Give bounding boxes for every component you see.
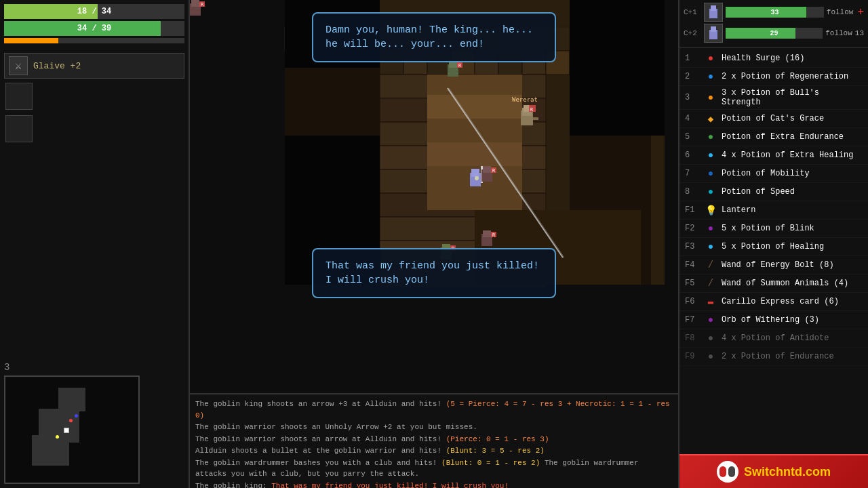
companion-1-hp-text: 33 bbox=[770, 9, 778, 16]
inv-name-17: 2 x Potion of Endurance bbox=[722, 352, 834, 361]
inv-icon-15: ● bbox=[704, 313, 717, 327]
equipment-slots-2 bbox=[4, 114, 184, 144]
inv-icon-2: ● bbox=[704, 70, 717, 83]
weapon-slot[interactable]: ⚔ Glaive +2 bbox=[4, 53, 184, 79]
inventory-item-14[interactable]: F6▬Carillo Express card (6) bbox=[679, 293, 868, 311]
inv-name-6: 4 x Potion of Extra Healing bbox=[722, 150, 853, 160]
companion-1-avatar bbox=[704, 3, 723, 22]
log-line-5: The goblin wardrummer bashes you with a … bbox=[195, 458, 673, 480]
inventory-item-7[interactable]: 7●Potion of Mobility bbox=[679, 165, 868, 183]
inventory-item-17[interactable]: F9●2 x Potion of Endurance bbox=[679, 348, 868, 366]
inventory-item-6[interactable]: 6●4 x Potion of Extra Healing bbox=[679, 146, 868, 165]
companion-1-cmd[interactable]: follow bbox=[827, 8, 854, 16]
minimap-player bbox=[64, 428, 69, 433]
log-line-4: Allduin shoots a bullet at the goblin wa… bbox=[195, 445, 673, 457]
log-line-6: The goblin king: That was my friend you … bbox=[195, 481, 673, 489]
xp-fill bbox=[4, 38, 58, 43]
switch-logo: Switchntd.com bbox=[717, 461, 831, 483]
log-goblin-say: That was my friend you just killed! I wi… bbox=[271, 482, 509, 489]
inv-name-5: Potion of Extra Endurance bbox=[722, 132, 844, 142]
inv-key-1: 1 bbox=[685, 54, 704, 63]
weapon-icon: ⚔ bbox=[9, 56, 28, 75]
inv-key-12: F4 bbox=[685, 260, 704, 270]
switch-banner: Switchntd.com bbox=[679, 454, 868, 488]
inventory-item-9[interactable]: F1💡Lantern bbox=[679, 201, 868, 220]
inv-key-8: 8 bbox=[685, 187, 704, 197]
svg-rect-38 bbox=[427, 142, 522, 166]
log-text-4: Allduin shoots a bullet at the goblin wa… bbox=[195, 447, 446, 455]
inventory-item-1[interactable]: 1●Health Surge (16) bbox=[679, 49, 868, 68]
inv-icon-1: ● bbox=[704, 52, 717, 65]
log-highlight-3: (Pierce: 0 = 1 - res 3) bbox=[446, 435, 549, 443]
inv-key-17: F9 bbox=[685, 352, 704, 361]
log-highlight-5: (Blunt: 0 = 1 - res 2) bbox=[441, 459, 540, 467]
map-section: 3 bbox=[4, 357, 184, 484]
inventory-item-11[interactable]: F3●5 x Potion of Healing bbox=[679, 238, 868, 256]
inv-icon-10: ● bbox=[704, 222, 717, 235]
switch-left-btn bbox=[719, 466, 726, 477]
equipment-slots bbox=[4, 81, 184, 111]
companion-1-add-button[interactable]: + bbox=[857, 6, 864, 18]
inv-name-15: Orb of Withering (3) bbox=[722, 315, 819, 325]
inv-icon-5: ● bbox=[704, 130, 717, 144]
log-line-2: The goblin warrior shoots an Unholy Arro… bbox=[195, 422, 673, 433]
companion-1-hp-bar: 33 bbox=[726, 7, 824, 18]
switch-right-btn bbox=[728, 466, 735, 477]
inventory-item-5[interactable]: 5●Potion of Extra Endurance bbox=[679, 128, 868, 146]
svg-rect-58 bbox=[471, 169, 479, 177]
inventory-item-13[interactable]: F5/Wand of Summon Animals (4) bbox=[679, 274, 868, 293]
inv-name-16: 4 x Potion of Antidote bbox=[722, 333, 829, 343]
inventory-item-16[interactable]: F8●4 x Potion of Antidote bbox=[679, 329, 868, 348]
inventory-list: 1●Health Surge (16)2●2 x Potion of Regen… bbox=[679, 48, 868, 454]
minimap bbox=[4, 375, 140, 484]
inv-key-16: F8 bbox=[685, 333, 704, 343]
item-slot-2[interactable] bbox=[5, 115, 33, 142]
right-panel: C+1 33 follow + C+2 bbox=[678, 0, 868, 488]
companion-1-icon bbox=[706, 5, 721, 20]
svg-rect-49 bbox=[533, 117, 538, 120]
log-highlight-4: (Blunt: 3 = 5 - res 2) bbox=[446, 447, 545, 455]
inventory-item-3[interactable]: 3●3 x Potion of Bull's Strength bbox=[679, 86, 868, 110]
inventory-item-2[interactable]: 2●2 x Potion of Regeneration bbox=[679, 68, 868, 86]
log-text-5: The goblin wardrummer bashes you with a … bbox=[195, 459, 441, 467]
inv-name-4: Potion of Cat's Grace bbox=[722, 114, 824, 123]
companion-2-icon bbox=[706, 26, 721, 41]
mp-bar: 34 / 39 bbox=[4, 21, 184, 36]
companion-2-cmd[interactable]: follow bbox=[825, 29, 852, 37]
hp-bar: 18 / 34 bbox=[4, 4, 184, 19]
inv-key-15: F7 bbox=[685, 315, 704, 325]
inventory-item-12[interactable]: F4/Wand of Energy Bolt (8) bbox=[679, 256, 868, 274]
item-slot-1[interactable] bbox=[5, 83, 33, 110]
mp-text: 34 / 39 bbox=[77, 24, 111, 33]
inventory-item-8[interactable]: 8●Potion of Speed bbox=[679, 183, 868, 201]
inv-icon-16: ● bbox=[704, 331, 717, 345]
inv-key-3: 3 bbox=[685, 93, 704, 102]
inv-icon-9: 💡 bbox=[704, 203, 717, 217]
inv-key-5: 5 bbox=[685, 132, 704, 142]
inv-icon-13: / bbox=[704, 277, 717, 290]
svg-point-60 bbox=[475, 176, 479, 180]
center-panel: R Wererat R bbox=[190, 0, 678, 488]
companion-1-key: C+1 bbox=[684, 8, 704, 16]
inv-name-11: 5 x Potion of Healing bbox=[722, 242, 824, 251]
log-line-3: The goblin warrior shoots an arrow at Al… bbox=[195, 434, 673, 445]
inv-name-12: Wand of Energy Bolt (8) bbox=[722, 260, 834, 270]
inventory-item-15[interactable]: F7●Orb of Withering (3) bbox=[679, 311, 868, 329]
companion-2-hp-text: 29 bbox=[770, 30, 778, 37]
hp-text: 18 / 34 bbox=[77, 7, 111, 16]
svg-rect-74 bbox=[483, 230, 491, 237]
bottom-dialog: That was my friend you just killed! I wi… bbox=[312, 248, 556, 298]
top-dialog: Damn you, human! The king... he... he wi… bbox=[312, 12, 556, 62]
log-line-1: The goblin king shoots an arrow +3 at Al… bbox=[195, 399, 673, 421]
inv-icon-11: ● bbox=[704, 240, 717, 253]
svg-rect-37 bbox=[427, 119, 522, 142]
inventory-item-10[interactable]: F2●5 x Potion of Blink bbox=[679, 220, 868, 238]
inventory-item-4[interactable]: 4◆Potion of Cat's Grace bbox=[679, 110, 868, 128]
companion-bar: C+1 33 follow + C+2 bbox=[679, 0, 868, 48]
companion-2-hp-fill bbox=[726, 28, 795, 39]
log-text-1: The goblin king shoots an arrow +3 at Al… bbox=[195, 400, 446, 408]
inv-name-9: Lantern bbox=[722, 205, 755, 215]
svg-text:Wererat: Wererat bbox=[512, 96, 538, 103]
inv-name-2: 2 x Potion of Regeneration bbox=[722, 72, 848, 81]
companion-row-2: C+2 29 follow 13 bbox=[684, 24, 864, 43]
